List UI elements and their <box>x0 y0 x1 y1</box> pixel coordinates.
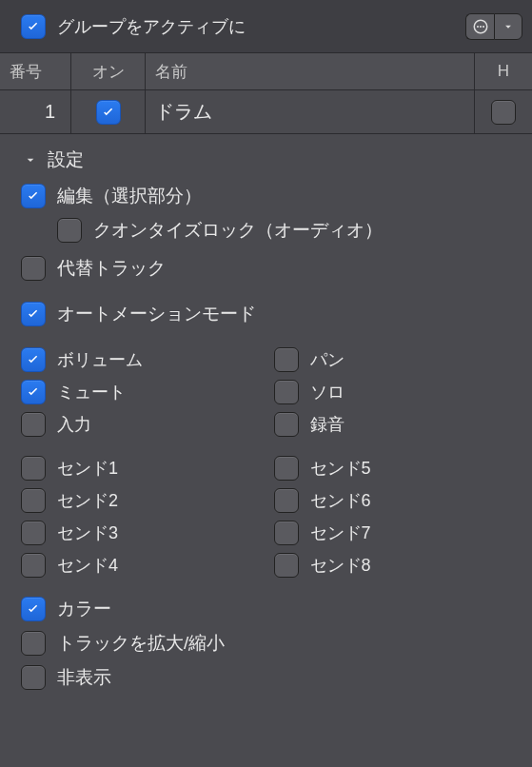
send7-label: センド7 <box>310 521 371 544</box>
volume-label: ボリューム <box>57 348 143 371</box>
alt-track-checkbox[interactable] <box>21 256 46 281</box>
chevron-down-icon <box>494 13 522 40</box>
color-checkbox[interactable] <box>21 597 46 621</box>
alt-track-label: 代替トラック <box>57 256 166 281</box>
mute-checkbox[interactable] <box>21 380 46 404</box>
row-h-checkbox[interactable] <box>491 100 516 125</box>
options-menu[interactable] <box>465 13 522 40</box>
send1-checkbox[interactable] <box>21 456 46 481</box>
send3-label: センド3 <box>57 521 118 544</box>
check-icon <box>25 384 42 401</box>
send6-label: センド6 <box>310 489 371 512</box>
col-on[interactable]: オン <box>71 53 146 89</box>
hide-checkbox[interactable] <box>21 665 46 690</box>
check-icon <box>25 305 42 323</box>
topbar: グループをアクティブに <box>0 0 532 52</box>
send5-label: センド5 <box>310 457 371 480</box>
chevron-down-icon <box>23 152 38 167</box>
color-label: カラー <box>57 597 111 621</box>
more-icon <box>465 13 494 40</box>
check-icon <box>25 18 42 35</box>
col-h[interactable]: H <box>475 53 532 89</box>
settings-title: 設定 <box>48 148 84 172</box>
activate-groups-label: グループをアクティブに <box>57 15 246 38</box>
record-checkbox[interactable] <box>274 412 299 437</box>
zoom-label: トラックを拡大/縮小 <box>57 631 225 656</box>
send4-label: センド4 <box>57 554 118 577</box>
automation-mode-label: オートメーションモード <box>57 302 256 326</box>
volume-checkbox[interactable] <box>21 347 46 372</box>
row-h-cell <box>475 90 532 133</box>
hide-label: 非表示 <box>57 665 111 690</box>
send3-checkbox[interactable] <box>21 521 46 545</box>
send2-checkbox[interactable] <box>21 488 46 513</box>
row-number: 1 <box>0 90 71 133</box>
zoom-checkbox[interactable] <box>21 631 46 656</box>
input-label: 入力 <box>57 413 91 436</box>
quantize-lock-checkbox[interactable] <box>57 218 82 243</box>
row-on-checkbox[interactable] <box>96 100 121 125</box>
col-number[interactable]: 番号 <box>0 53 71 89</box>
send2-label: センド2 <box>57 489 118 512</box>
col-name[interactable]: 名前 <box>146 53 475 89</box>
edit-selection-checkbox[interactable] <box>21 184 46 208</box>
send8-checkbox[interactable] <box>274 553 299 578</box>
settings-panel: 設定 編集（選択部分） クオンタイズロック（オーディオ） 代替トラック オートメ… <box>0 134 532 718</box>
send1-label: センド1 <box>57 457 118 480</box>
automation-mode-checkbox[interactable] <box>21 302 46 326</box>
table-row[interactable]: 1 ドラム <box>0 90 532 134</box>
quantize-lock-label: クオンタイズロック（オーディオ） <box>93 218 383 243</box>
activate-groups-checkbox[interactable] <box>21 14 46 39</box>
send7-checkbox[interactable] <box>274 521 299 545</box>
send6-checkbox[interactable] <box>274 488 299 513</box>
check-icon <box>25 600 42 618</box>
send4-checkbox[interactable] <box>21 553 46 578</box>
send5-checkbox[interactable] <box>274 456 299 481</box>
check-icon <box>25 187 42 205</box>
table-header: 番号 オン 名前 H <box>0 52 532 90</box>
solo-label: ソロ <box>310 381 345 403</box>
svg-point-1 <box>476 25 478 27</box>
pan-label: パン <box>310 348 345 371</box>
solo-checkbox[interactable] <box>274 380 299 404</box>
row-name[interactable]: ドラム <box>146 90 475 133</box>
check-icon <box>100 104 117 121</box>
send8-label: センド8 <box>310 554 371 577</box>
settings-disclosure[interactable]: 設定 <box>21 144 511 184</box>
input-checkbox[interactable] <box>21 412 46 437</box>
svg-point-2 <box>479 25 481 27</box>
check-icon <box>25 351 42 368</box>
svg-point-3 <box>482 25 483 27</box>
pan-checkbox[interactable] <box>274 347 299 372</box>
mute-label: ミュート <box>57 381 126 403</box>
row-on-cell <box>71 90 146 133</box>
edit-selection-label: 編集（選択部分） <box>57 184 202 208</box>
record-label: 録音 <box>310 413 345 436</box>
